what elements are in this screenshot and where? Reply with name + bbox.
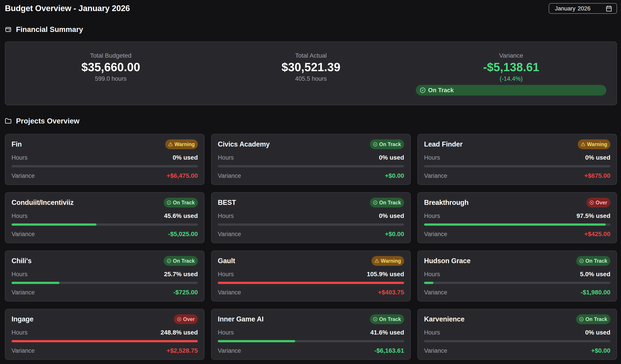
variance-value: +$425.00: [584, 230, 610, 238]
hours-used-percent: 0% used: [379, 212, 404, 220]
wallet-icon: [5, 26, 12, 33]
variance-label: Variance: [12, 288, 35, 296]
total-actual-column: Total Actual $30,521.39 405.5 hours: [211, 52, 411, 96]
hours-used-percent: 97.5% used: [576, 212, 610, 220]
hours-row: Hours0% used: [12, 154, 198, 162]
project-card: Inner Game AIOn TrackHours41.6% usedVari…: [211, 309, 411, 360]
month-picker[interactable]: January2026: [549, 3, 617, 14]
status-badge-label: Warning: [587, 141, 607, 148]
total-budgeted-label: Total Budgeted: [90, 52, 132, 60]
project-title: Chili's: [12, 256, 32, 266]
hours-used-percent: 5.0% used: [580, 270, 610, 278]
project-card: Chili'sOn TrackHours25.7% usedVariance-$…: [5, 250, 205, 301]
hours-label: Hours: [424, 270, 440, 278]
project-card-header: Civics AcademyOn Track: [218, 139, 404, 150]
warning-triangle-icon: [581, 142, 585, 147]
projects-overview-header: Projects Overview: [5, 117, 617, 125]
status-badge-label: On Track: [379, 316, 401, 322]
variance-row: Variance-$5,025.00: [12, 230, 198, 238]
warning-triangle-icon: [168, 142, 173, 147]
hours-progress-track: [424, 223, 610, 226]
hours-used-percent: 45.6% used: [164, 212, 198, 220]
project-title: BEST: [218, 198, 236, 208]
variance-label: Variance: [424, 172, 447, 180]
hours-used-percent: 105.9% used: [367, 270, 404, 278]
projects-overview-title: Projects Overview: [16, 117, 79, 125]
variance-label: Variance: [218, 288, 241, 296]
calendar-icon[interactable]: [606, 5, 612, 12]
hours-progress-track: [218, 165, 404, 167]
status-badge-label: Over: [183, 316, 195, 322]
hours-progress-track: [218, 282, 404, 284]
hours-row: Hours0% used: [218, 154, 404, 162]
project-card: FinWarningHours0% usedVariance+$6,475.00: [5, 134, 205, 185]
status-badge-label: On Track: [586, 258, 607, 264]
hours-label: Hours: [218, 154, 234, 162]
status-badge: On Track: [576, 256, 610, 266]
variance-row: Variance+$675.00: [424, 172, 610, 180]
status-badge: On Track: [370, 139, 404, 149]
check-circle-icon: [373, 200, 378, 205]
hours-row: Hours45.6% used: [12, 212, 198, 220]
hours-used-percent: 0% used: [379, 154, 404, 162]
variance-value: -$1,980.00: [581, 288, 610, 296]
hours-progress-fill: [424, 282, 433, 284]
hours-row: Hours105.9% used: [218, 270, 404, 278]
hours-label: Hours: [218, 329, 234, 336]
hours-row: Hours25.7% used: [12, 270, 198, 278]
hours-progress-track: [12, 282, 198, 284]
page-title: Budget Overview - January 2026: [5, 4, 130, 13]
project-card: IngageOverHours248.8% usedVariance+$2,52…: [5, 309, 205, 360]
hours-used-percent: 25.7% used: [164, 270, 198, 278]
financial-summary-title: Financial Summary: [16, 25, 83, 34]
total-actual-value: $30,521.39: [281, 60, 340, 75]
variance-label: Variance: [424, 230, 447, 238]
variance-row: Variance-$1,980.00: [424, 288, 610, 296]
hours-label: Hours: [12, 212, 28, 220]
variance-label: Variance: [12, 172, 35, 180]
variance-row: Variance+$2,528.75: [12, 347, 198, 355]
hours-used-percent: 0% used: [585, 329, 610, 336]
project-card: KarvenienceOn TrackHours0% usedVariance+…: [417, 309, 617, 360]
check-circle-icon: [579, 259, 584, 263]
hours-progress-fill: [218, 340, 295, 342]
project-card-header: Inner Game AIOn Track: [218, 314, 404, 325]
variance-label: Variance: [218, 230, 241, 238]
project-card: Conduiit/IncentiviizOn TrackHours45.6% u…: [5, 192, 205, 243]
project-card-header: KarvenienceOn Track: [424, 314, 610, 325]
check-circle-icon: [167, 200, 171, 205]
variance-row: Variance+$0.00: [218, 172, 404, 180]
status-badge: Over: [174, 314, 198, 324]
project-title: Lead Finder: [424, 139, 463, 149]
status-badge: Warning: [165, 139, 198, 149]
total-budgeted-hours: 599.0 hours: [95, 75, 127, 83]
check-circle-icon: [373, 317, 378, 321]
hours-progress-track: [12, 165, 198, 167]
variance-label: Variance: [424, 347, 447, 355]
status-badge: On Track: [164, 256, 198, 266]
status-badge-label: On Track: [173, 258, 195, 264]
hours-progress-track: [218, 223, 404, 226]
financial-summary-card: Total Budgeted $35,660.00 599.0 hours To…: [5, 41, 617, 105]
project-title: Inner Game AI: [218, 314, 263, 324]
variance-value: +$0.00: [385, 230, 404, 238]
variance-value: -$6,163.61: [374, 347, 404, 355]
status-badge: Warning: [372, 256, 404, 266]
project-card: GaultWarningHours105.9% usedVariance+$40…: [211, 250, 411, 301]
projects-grid: FinWarningHours0% usedVariance+$6,475.00…: [5, 134, 617, 360]
variance-label: Variance: [12, 347, 35, 355]
hours-used-percent: 0% used: [585, 154, 610, 162]
check-circle-icon: [579, 317, 584, 321]
variance-value: +$0.00: [591, 347, 610, 355]
hours-progress-track: [12, 340, 198, 342]
status-badge: On Track: [370, 314, 404, 324]
check-circle-icon: [373, 142, 378, 147]
hours-progress-fill: [424, 223, 606, 226]
hours-label: Hours: [12, 329, 28, 336]
summary-status-label: On Track: [428, 87, 454, 94]
total-actual-hours: 405.5 hours: [295, 75, 327, 83]
hours-row: Hours5.0% used: [424, 270, 610, 278]
status-badge-label: Warning: [174, 141, 195, 148]
hours-label: Hours: [424, 329, 440, 336]
status-badge: Over: [586, 198, 610, 208]
